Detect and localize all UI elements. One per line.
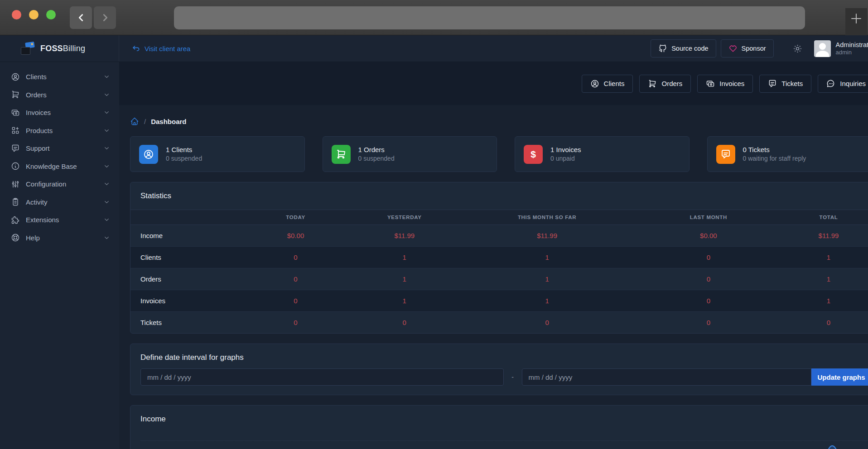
sidebar-item-invoices[interactable]: Invoices: [0, 104, 119, 122]
table-row-income: Income $0.00 $11.99 $11.99 $0.00 $11.99: [130, 225, 868, 247]
stat-card-subtitle: 0 suspended: [166, 154, 202, 163]
chevron-right-icon: [100, 13, 110, 23]
cell-value: 1: [776, 268, 868, 290]
chevron-down-icon: [103, 109, 110, 116]
window-zoom-button[interactable]: [46, 10, 56, 19]
quick-nav-tickets-button[interactable]: Tickets: [759, 75, 811, 93]
message-icon: [716, 145, 735, 164]
column-header-empty: [130, 210, 236, 225]
chevron-down-icon: [103, 163, 110, 170]
quick-nav-label: Inquiries: [840, 80, 866, 87]
date-range-separator: -: [504, 373, 522, 381]
apps-plus-icon: [11, 126, 20, 135]
address-bar[interactable]: [174, 6, 805, 29]
column-header-total: Total: [776, 210, 868, 225]
heart-icon: [728, 44, 738, 53]
quick-nav-inquiries-button[interactable]: Inquiries: [818, 75, 868, 93]
cell-value: 1: [356, 290, 453, 312]
puzzle-icon: [11, 215, 20, 224]
stat-card-title: 1 Orders: [358, 145, 395, 154]
stat-card-orders[interactable]: 1 Orders 0 suspended: [323, 136, 497, 172]
update-graphs-button[interactable]: Update graphs: [811, 368, 868, 386]
sidebar-item-products[interactable]: Products: [0, 122, 119, 140]
sidebar-item-label: Invoices: [26, 109, 51, 116]
quick-nav-orders-button[interactable]: Orders: [639, 75, 691, 93]
clipboard-icon: [11, 197, 20, 206]
plus-icon: [849, 12, 863, 25]
quick-nav-clients-button[interactable]: Clients: [582, 75, 633, 93]
brand-logo[interactable]: FOSSBilling: [0, 35, 119, 62]
window-minimize-button[interactable]: [29, 10, 39, 19]
cell-value: 0: [356, 312, 453, 334]
sidebar-item-orders[interactable]: Orders: [0, 86, 119, 104]
new-tab-button[interactable]: [845, 8, 867, 35]
sidebar-item-extensions[interactable]: Extensions: [0, 211, 119, 229]
sidebar-item-label: Extensions: [26, 216, 59, 224]
income-chart-panel: Income: [130, 405, 868, 449]
stat-cards-row: 1 Clients 0 suspended 1 Orders 0 suspend…: [130, 136, 868, 172]
table-row-invoices: Invoices 0 1 1 0 1: [130, 290, 868, 312]
breadcrumb: / Dashboard: [130, 116, 868, 126]
statistics-header-row: Today Yesterday This month so far Last m…: [130, 210, 868, 225]
source-code-label: Source code: [671, 45, 708, 52]
sidebar-item-knowledge-base[interactable]: Knowledge Base: [0, 158, 119, 176]
quick-nav-label: Invoices: [719, 80, 744, 87]
user-avatar[interactable]: [814, 40, 831, 57]
adjustments-icon: [11, 180, 20, 189]
user-menu[interactable]: Administrator admin: [836, 41, 868, 56]
cell-value: 0: [236, 312, 356, 334]
sidebar-item-support[interactable]: Support: [0, 139, 119, 158]
cart-icon: [332, 145, 351, 164]
home-icon: [130, 117, 139, 126]
cell-value: 0: [453, 312, 641, 334]
main-content: Clients Orders Invoices Tickets Inquirie…: [119, 62, 868, 449]
user-role: admin: [836, 49, 868, 56]
column-header-this-month: This month so far: [453, 210, 641, 225]
window-close-button[interactable]: [12, 10, 21, 19]
cell-value: 0: [641, 247, 776, 268]
table-row-tickets: Tickets 0 0 0 0 0: [130, 312, 868, 334]
cell-value: 1: [356, 268, 453, 290]
sidebar-item-activity[interactable]: Activity: [0, 193, 119, 211]
user-name: Administrator: [836, 41, 868, 49]
date-interval-title: Define date interval for graphs: [130, 344, 868, 368]
sponsor-button[interactable]: Sponsor: [721, 39, 774, 57]
breadcrumb-home-link[interactable]: [130, 117, 139, 126]
browser-back-button[interactable]: [70, 6, 92, 29]
date-interval-panel: Define date interval for graphs - Update…: [130, 344, 868, 395]
column-header-last-month: Last month: [641, 210, 776, 225]
date-from-input[interactable]: [140, 368, 504, 386]
window-controls: [12, 10, 56, 19]
visit-client-area-link[interactable]: Visit client area: [131, 44, 190, 53]
stat-card-clients[interactable]: 1 Clients 0 suspended: [130, 136, 305, 172]
sidebar-item-label: Clients: [26, 73, 47, 81]
income-area-series: [140, 435, 868, 449]
sidebar-item-clients[interactable]: Clients: [0, 68, 119, 86]
brand-name: FOSSBilling: [40, 44, 85, 53]
cart-icon: [648, 79, 657, 88]
cell-value: 0: [776, 312, 868, 334]
quick-nav-label: Tickets: [781, 80, 803, 87]
source-code-button[interactable]: Source code: [651, 39, 716, 57]
chevron-down-icon: [103, 91, 110, 98]
quick-nav-invoices-button[interactable]: Invoices: [697, 75, 753, 93]
cell-value: 0: [236, 290, 356, 312]
chevron-down-icon: [103, 199, 110, 205]
cell-value: 1: [776, 290, 868, 312]
sidebar-item-configuration[interactable]: Configuration: [0, 175, 119, 193]
chevron-down-icon: [103, 73, 110, 80]
sidebar-item-label: Help: [26, 234, 40, 242]
stat-card-invoices[interactable]: $ 1 Invoices 0 unpaid: [515, 136, 690, 172]
sidebar-item-help[interactable]: Help: [0, 229, 119, 247]
quick-nav-bar: Clients Orders Invoices Tickets Inquirie…: [119, 62, 868, 105]
theme-toggle-button[interactable]: [793, 44, 802, 53]
stat-card-tickets[interactable]: 0 Tickets 0 waiting for staff reply: [707, 136, 868, 172]
statistics-panel-title: Statistics: [130, 182, 868, 210]
message-circle-icon: [826, 79, 835, 88]
cell-value: 0: [641, 290, 776, 312]
chevron-down-icon: [103, 145, 110, 152]
browser-forward-button[interactable]: [94, 6, 116, 29]
github-icon: [658, 44, 667, 53]
cell-value: 1: [453, 290, 641, 312]
date-to-input[interactable]: [522, 368, 812, 386]
